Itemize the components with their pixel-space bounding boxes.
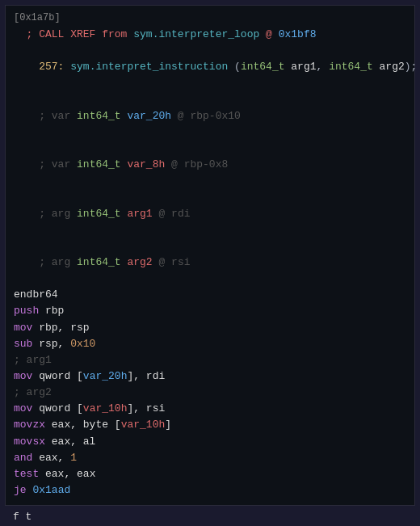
code-line-movsx: movsx eax, al bbox=[14, 434, 406, 450]
code-line-mov-var10h-rsi: mov qword [var_10h], rsi bbox=[14, 401, 406, 417]
code-line-comment-arg1: ; arg1 bbox=[14, 352, 406, 368]
code-line-arg2: ; arg int64_t arg2 @ rsi bbox=[14, 238, 406, 287]
address-label: [0x1a7b] bbox=[14, 12, 406, 23]
ft-label: f t bbox=[13, 511, 415, 523]
code-line-mov-var20h-rdi: mov qword [var_20h], rdi bbox=[14, 368, 406, 385]
code-line-movzx: movzx eax, byte [var_10h] bbox=[14, 417, 406, 433]
code-line-func-decl: 257: sym.interpret_instruction (int64_t … bbox=[14, 43, 406, 91]
code-line-push-rbp: push rbp bbox=[14, 303, 406, 319]
code-line-comment-arg2: ; arg2 bbox=[14, 385, 406, 401]
top-code-panel: [0x1a7b] ; CALL XREF from sym.interprete… bbox=[5, 5, 415, 506]
flow-panel: f t 0x1a9d [oc] mov rax, qword [var_0h] … bbox=[5, 511, 415, 526]
code-line-comment-xref: ; CALL XREF from sym.interpreter_loop @ … bbox=[14, 27, 406, 43]
code-line-sub-rsp: sub rsp, 0x10 bbox=[14, 336, 406, 352]
code-line-var2: ; var int64_t var_8h @ rbp-0x8 bbox=[14, 141, 406, 189]
code-line-arg1: ; arg int64_t arg1 @ rdi bbox=[14, 189, 406, 238]
code-line-endbr64: endbr64 bbox=[14, 287, 406, 303]
code-line-var1: ; var int64_t var_20h @ rbp-0x10 bbox=[14, 92, 406, 141]
code-line-mov-rbp-rsp: mov rbp, rsp bbox=[14, 320, 406, 336]
code-line-je: je 0x1aad bbox=[14, 482, 406, 499]
code-line-test: test eax, eax bbox=[14, 466, 406, 482]
code-line-and: and eax, 1 bbox=[14, 450, 406, 466]
